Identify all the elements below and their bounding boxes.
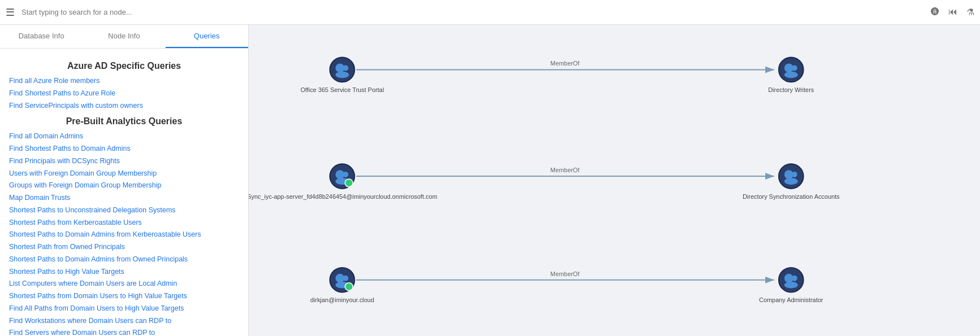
node-dir-sync[interactable]: Directory Synchronization Accounts xyxy=(743,164,840,200)
svg-point-30 xyxy=(784,282,798,289)
svg-point-3 xyxy=(336,71,349,78)
sidebar-content: Azure AD Specific Queries Find all Azure… xyxy=(0,49,248,336)
topbar-icons: 🅐 ⏮ ⚗ xyxy=(931,7,974,18)
svg-point-25 xyxy=(345,283,353,291)
query-prebuilt-3[interactable]: Users with Foreign Domain Group Membersh… xyxy=(9,168,239,179)
node-sync[interactable]: Sync_iyc-app-server_fd4d8b246454@iminyou… xyxy=(249,164,437,200)
menu-icon[interactable]: ☰ xyxy=(6,6,15,19)
sidebar: Database Info Node Info Queries Azure AD… xyxy=(0,25,249,336)
query-prebuilt-14[interactable]: Find All Paths from Domain Users to High… xyxy=(9,303,239,314)
svg-text:dirkjan@iminyour.cloud: dirkjan@iminyour.cloud xyxy=(310,296,374,303)
filter-icon[interactable]: ⚗ xyxy=(966,7,974,18)
svg-point-18 xyxy=(792,172,797,177)
svg-point-14 xyxy=(345,179,353,187)
svg-point-19 xyxy=(784,178,798,185)
svg-point-2 xyxy=(342,65,348,71)
azure-section-title: Azure AD Specific Queries xyxy=(9,61,239,71)
query-prebuilt-5[interactable]: Map Domain Trusts xyxy=(9,193,239,203)
node-dir-writers[interactable]: Directory Writers xyxy=(768,58,814,94)
svg-point-29 xyxy=(792,276,797,281)
query-prebuilt-0[interactable]: Find all Domain Admins xyxy=(9,131,239,142)
query-prebuilt-2[interactable]: Find Principals with DCSync Rights xyxy=(9,156,239,167)
query-prebuilt-15[interactable]: Find Workstations where Domain Users can… xyxy=(9,316,239,326)
query-prebuilt-11[interactable]: Shortest Paths to High Value Targets xyxy=(9,267,239,277)
svg-text:Office 365 Service Trust Porta: Office 365 Service Trust Portal xyxy=(301,86,384,93)
prebuilt-section-title: Pre-Built Analytics Queries xyxy=(9,116,239,126)
query-prebuilt-4[interactable]: Groups with Foreign Domain Group Members… xyxy=(9,180,239,191)
search-input[interactable] xyxy=(21,8,191,16)
tab-database-info[interactable]: Database Info xyxy=(0,25,83,48)
query-azure-1[interactable]: Find Shortest Paths to Azure Role xyxy=(9,88,239,99)
query-prebuilt-6[interactable]: Shortest Paths to Unconstrained Delegati… xyxy=(9,205,239,216)
query-prebuilt-12[interactable]: List Computers where Domain Users are Lo… xyxy=(9,278,239,289)
svg-text:Sync_iyc-app-server_fd4d8b2464: Sync_iyc-app-server_fd4d8b246454@iminyou… xyxy=(249,193,437,200)
node-company-admin[interactable]: Company Administrator xyxy=(759,268,823,304)
query-azure-0[interactable]: Find all Azure Role members xyxy=(9,76,239,86)
svg-point-12 xyxy=(342,172,348,177)
svg-point-23 xyxy=(342,276,348,281)
graph-area[interactable]: MemberOf MemberOf MemberOf Office 365 Se… xyxy=(249,25,980,336)
query-azure-2[interactable]: Find ServicePrincipals with custom owner… xyxy=(9,101,239,111)
edge-label-2: MemberOf xyxy=(550,167,580,173)
query-prebuilt-13[interactable]: Shortest Paths from Domain Users to High… xyxy=(9,291,239,302)
sidebar-tabs: Database Info Node Info Queries xyxy=(0,25,248,49)
edge-label-3: MemberOf xyxy=(550,270,580,277)
tab-node-info[interactable]: Node Info xyxy=(83,25,165,48)
query-prebuilt-1[interactable]: Find Shortest Paths to Domain Admins xyxy=(9,143,239,154)
svg-point-8 xyxy=(784,71,798,78)
node-office365[interactable]: Office 365 Service Trust Portal xyxy=(301,58,384,94)
query-prebuilt-9[interactable]: Shortest Path from Owned Principals xyxy=(9,242,239,252)
svg-point-7 xyxy=(792,65,797,71)
back-icon[interactable]: ⏮ xyxy=(948,7,957,18)
query-prebuilt-8[interactable]: Shortest Paths to Domain Admins from Ker… xyxy=(9,229,239,240)
node-icon[interactable]: 🅐 xyxy=(931,7,939,18)
tab-queries[interactable]: Queries xyxy=(166,25,248,48)
graph-svg: MemberOf MemberOf MemberOf Office 365 Se… xyxy=(249,25,980,336)
edge-label-1: MemberOf xyxy=(550,60,580,67)
query-prebuilt-10[interactable]: Shortest Paths to Domain Admins from Own… xyxy=(9,254,239,265)
svg-text:Directory Writers: Directory Writers xyxy=(768,86,814,93)
topbar: ☰ 🅐 ⏮ ⚗ xyxy=(0,0,980,25)
query-prebuilt-16[interactable]: Find Servers where Domain Users can RDP … xyxy=(9,328,239,336)
svg-text:Directory Synchronization Acco: Directory Synchronization Accounts xyxy=(743,193,840,200)
node-dirkjan[interactable]: dirkjan@iminyour.cloud xyxy=(310,268,374,304)
query-prebuilt-7[interactable]: Shortest Paths from Kerberoastable Users xyxy=(9,217,239,228)
main-layout: Database Info Node Info Queries Azure AD… xyxy=(0,25,980,336)
svg-text:Company Administrator: Company Administrator xyxy=(759,296,823,303)
